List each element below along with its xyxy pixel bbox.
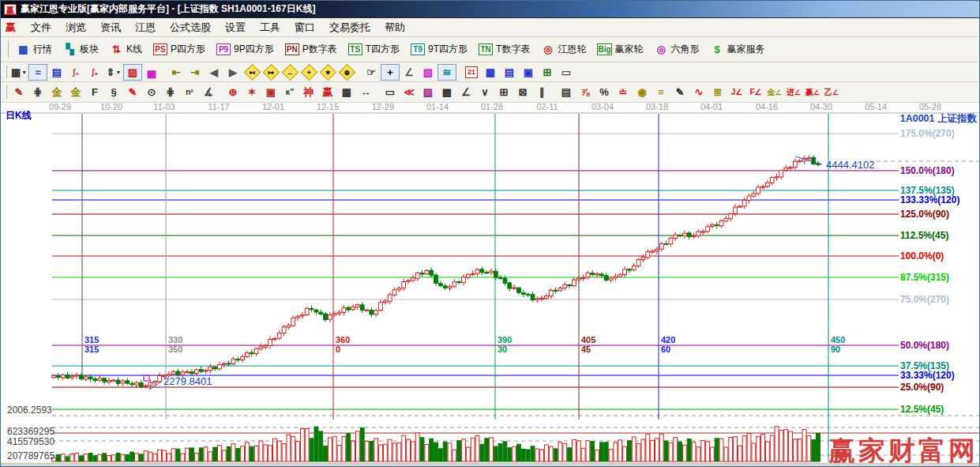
fan-box-tool[interactable]: ▨ — [419, 84, 437, 100]
v-lines-tool[interactable]: ∨ — [475, 84, 494, 100]
histogram-button[interactable]: ▅ — [142, 64, 161, 81]
star-burst-tool[interactable]: ✶ — [242, 84, 261, 100]
percent-tool[interactable]: % — [595, 84, 614, 100]
hand-pan-button[interactable]: ☞ — [362, 64, 381, 81]
chart-area[interactable]: 09-2910-2011-0311-1712-0112-1512-2901-14… — [1, 103, 980, 467]
gann-pen-tool[interactable]: ✎ — [9, 84, 28, 100]
price-ladder-tool[interactable]: ▤ — [557, 84, 576, 100]
gold-lines-tool[interactable]: ≡ — [651, 84, 670, 100]
bars-9-button[interactable]: ʃ₉ — [85, 64, 104, 81]
spiral-5-tool[interactable]: § — [104, 84, 123, 100]
trend-lines-tool[interactable]: ∠ — [456, 84, 475, 100]
zoom-diamond-star-button[interactable]: ✶ — [318, 64, 337, 81]
shen-grid-tool[interactable]: 神 — [299, 84, 318, 100]
gold-square-1-tool[interactable]: 金 — [47, 84, 66, 100]
jin-angle-tool[interactable]: 进∠ — [784, 84, 803, 100]
number-grid-tool[interactable]: ▦ — [337, 84, 356, 100]
yi-angle-tool[interactable]: 乙∠ — [822, 84, 841, 100]
t-number-table-button[interactable]: TNT数字表 — [473, 40, 535, 58]
trend-curve-button[interactable]: ≈ — [28, 64, 47, 81]
quotes-button[interactable]: ▦行情 — [11, 40, 58, 58]
dense-grid-tool[interactable]: ⊞ — [494, 84, 513, 100]
calendar-button[interactable]: 21 — [462, 64, 481, 81]
red-pen-tool[interactable]: ✎ — [123, 84, 142, 100]
angle-mirror-tool[interactable]: ∡ — [199, 84, 218, 100]
bottom-scroll-strip[interactable] — [1, 463, 980, 467]
menu-item-帮助[interactable]: 帮助 — [377, 19, 412, 36]
flag-pen-tool[interactable]: ✎ — [670, 84, 689, 100]
rect-gann-tool[interactable]: ▭ — [381, 84, 400, 100]
gold-lines-2-tool[interactable]: ≣ — [708, 84, 727, 100]
export-button[interactable]: ⊞ — [538, 64, 557, 81]
menu-item-公式选股[interactable]: 公式选股 — [163, 19, 218, 36]
n-square-tool[interactable]: n² — [180, 84, 199, 100]
menu-item-资讯[interactable]: 资讯 — [93, 19, 128, 36]
f-angle-tool[interactable]: F∠ — [746, 84, 765, 100]
t-square-button[interactable]: TST四方形 — [343, 40, 405, 58]
gold-square-2-tool[interactable]: 金 — [66, 84, 85, 100]
zoom-diamond-left-button[interactable]: ↤ — [242, 64, 261, 81]
title-bar[interactable]: 赢 赢家江恩专业版[赢家内部服务平台] - [上证指数 SH1A0001-167… — [1, 1, 979, 18]
j-angle-tool[interactable]: J∠ — [727, 84, 746, 100]
span-arrow-tool[interactable]: ↔ — [356, 84, 375, 100]
menu-item-江恩[interactable]: 江恩 — [128, 19, 163, 36]
candle-style-button[interactable]: ⇕▼ — [104, 64, 123, 81]
next-page-button[interactable]: ▶ — [223, 64, 242, 81]
parallel-lines-tool[interactable]: ∥ — [532, 84, 551, 100]
time-circle-tool[interactable]: ⊙ — [142, 84, 161, 100]
fan-lines-tool[interactable]: ≪ — [400, 84, 419, 100]
wave-tool-button[interactable]: ≋ — [437, 64, 456, 81]
menu-item-浏览[interactable]: 浏览 — [58, 19, 93, 36]
memo-button[interactable]: ▤ — [500, 64, 519, 81]
wave-box-tool[interactable]: ∿ — [689, 84, 708, 100]
gold-circle-tool[interactable]: ◉ — [633, 84, 651, 100]
menu-item-工具[interactable]: 工具 — [253, 19, 287, 36]
k-quote-tool[interactable]: ĸ" — [280, 84, 299, 100]
boxed-star-tool[interactable]: ▣ — [261, 84, 280, 100]
info-document-button[interactable]: ▤ — [47, 64, 66, 81]
zoom-diamond-expand-button[interactable]: ⊕ — [337, 64, 356, 81]
sectors-button[interactable]: ▚板块 — [58, 40, 104, 58]
p-square-button[interactable]: PSP四方形 — [148, 40, 211, 58]
menu-item-交易委托[interactable]: 交易委托 — [322, 19, 377, 36]
gann-box-tool-button[interactable]: ▧ — [419, 64, 437, 81]
calculator-button[interactable]: ▦ — [481, 64, 500, 81]
kline-chart-canvas[interactable]: 09-2910-2011-0311-1712-0112-1512-2901-14… — [1, 103, 980, 467]
pane-label: 日K线 — [6, 110, 32, 121]
percent-lines-tool[interactable]: ≐ — [614, 84, 633, 100]
angle-measure-button[interactable]: ∠ — [400, 64, 419, 81]
first-page-button[interactable]: ⇤ — [167, 64, 186, 81]
percent-box-tool[interactable]: ⅞ — [576, 84, 595, 100]
print-button[interactable]: ▭ — [557, 64, 576, 81]
fenshi-button[interactable]: ▨ — [123, 64, 142, 81]
winner-wheel-button[interactable]: Big赢家轮 — [591, 40, 648, 58]
hexagon-button[interactable]: ◎六角形 — [649, 40, 705, 58]
ying-grid-tool[interactable]: 赢 — [318, 84, 337, 100]
t9-square-button[interactable]: T99T四方形 — [405, 40, 473, 58]
last-page-button[interactable]: ⇥ — [186, 64, 205, 81]
circle-target-tool[interactable]: ⊕ — [223, 84, 242, 100]
p9-square-button[interactable]: P99P四方形 — [211, 40, 280, 58]
menu-item-文件[interactable]: 文件 — [24, 19, 58, 36]
zoom-diamond-right-button[interactable]: ↦ — [261, 64, 280, 81]
save-button[interactable]: ▣ — [519, 64, 538, 81]
bars-3-button[interactable]: ʃ₃ — [66, 64, 85, 81]
zoom-diamond-cross-button[interactable]: + — [299, 64, 318, 81]
time-ruler-tool[interactable]: ⋕ — [28, 84, 47, 100]
p-number-table-button[interactable]: PNP数字表 — [280, 40, 343, 58]
window-layout-button[interactable]: ▦▼ — [9, 64, 28, 81]
kline-button[interactable]: ⇅K线 — [104, 40, 148, 58]
fan-square-tool[interactable]: ▩ — [437, 84, 456, 100]
tick-ruler-tool[interactable]: ⋕ — [161, 84, 180, 100]
zoom-diamond-horizontal-button[interactable]: ↔ — [280, 64, 299, 81]
menu-item-设置[interactable]: 设置 — [218, 19, 253, 36]
crosshair-button[interactable]: + — [381, 64, 400, 81]
dense-grid-2-tool[interactable]: ⊠ — [513, 84, 532, 100]
gold-angle-tool[interactable]: 金∠ — [765, 84, 784, 100]
prev-page-button[interactable]: ◀ — [205, 64, 223, 81]
zuo-angle-tool[interactable]: 赢∠ — [803, 84, 822, 100]
menu-item-窗口[interactable]: 窗口 — [287, 19, 322, 36]
f-square-tool[interactable]: F — [85, 84, 104, 100]
winner-service-button[interactable]: $赢家服务 — [705, 40, 771, 58]
gann-wheel-button[interactable]: ◎江恩轮 — [535, 40, 591, 58]
